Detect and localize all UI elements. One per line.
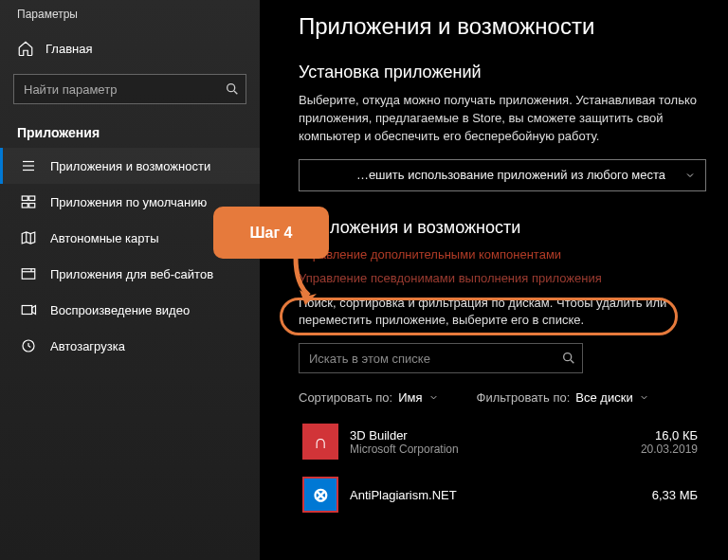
svg-rect-12: [22, 269, 35, 280]
main-content: Приложения и возможности Установка прило…: [261, 0, 728, 560]
home-nav[interactable]: Главная: [13, 34, 246, 63]
manage-components-link[interactable]: Управление дополнительными компонентами: [299, 247, 701, 262]
app-name: AntiPlagiarism.NET: [350, 488, 457, 502]
svg-point-16: [564, 353, 572, 361]
app-size: 6,33 МБ: [652, 488, 698, 502]
app-publisher: Microsoft Corporation: [350, 443, 459, 456]
dropdown-value: …ешить использование приложений из любог…: [356, 168, 665, 182]
sort-filter-row: Сортировать по: Имя Фильтровать по: Все …: [299, 390, 701, 405]
home-icon: [17, 40, 34, 57]
sidebar-item-startup[interactable]: Автозагрузка: [0, 328, 260, 364]
filter-value: Все диски: [575, 390, 632, 405]
manage-aliases-link[interactable]: Управление псевдонимами выполнения прило…: [299, 271, 701, 285]
web-apps-icon: [20, 265, 37, 282]
sort-value: Имя: [398, 390, 422, 405]
search-icon: [225, 81, 240, 97]
sidebar-item-label: Воспроизведение видео: [50, 303, 190, 317]
sort-label: Сортировать по:: [299, 390, 392, 405]
search-input-container[interactable]: [13, 74, 246, 104]
window-title: Параметры: [17, 8, 246, 21]
svg-marker-9: [22, 232, 35, 244]
default-apps-icon: [20, 193, 37, 210]
apps-section-title: Приложения и возможности: [299, 218, 701, 238]
svg-line-17: [571, 360, 573, 363]
map-icon: [20, 229, 37, 246]
app-search-input[interactable]: [309, 352, 561, 366]
sidebar-group-header: Приложения: [17, 125, 243, 140]
sidebar-item-label: Приложения для веб-сайтов: [50, 267, 213, 281]
app-icon: ⊗: [302, 477, 338, 513]
callout-label: Шаг 4: [250, 225, 293, 242]
filter-label: Фильтровать по:: [477, 390, 571, 405]
sidebar-item-label: Приложения и возможности: [50, 159, 210, 173]
list-icon: [20, 157, 37, 174]
startup-icon: [20, 337, 37, 354]
app-size: 16,0 КБ: [655, 428, 698, 443]
app-list: ∩ 3D Builder Microsoft Corporation 16,0 …: [299, 418, 701, 518]
svg-rect-13: [22, 306, 32, 315]
svg-rect-5: [22, 196, 27, 201]
sidebar-item-video[interactable]: Воспроизведение видео: [0, 292, 260, 328]
apps-section-body: Поиск, сортировка и фильтрация по дискам…: [299, 295, 701, 331]
svg-point-0: [228, 84, 235, 92]
install-source-dropdown[interactable]: …ешить использование приложений из любог…: [299, 159, 706, 191]
step-callout: Шаг 4: [213, 207, 329, 259]
app-search-container[interactable]: [299, 343, 583, 373]
video-icon: [20, 301, 37, 318]
app-icon: ∩: [302, 424, 338, 460]
svg-rect-6: [29, 196, 35, 201]
chevron-down-icon: [428, 392, 439, 403]
page-title: Приложения и возможности: [299, 13, 701, 40]
home-label: Главная: [46, 42, 92, 56]
app-name: 3D Builder: [350, 428, 459, 443]
svg-marker-14: [32, 306, 36, 315]
svg-rect-7: [22, 204, 27, 208]
filter-control[interactable]: Фильтровать по: Все диски: [477, 390, 649, 405]
svg-line-1: [234, 91, 237, 94]
sidebar-item-label: Приложения по умолчанию: [50, 195, 207, 209]
sidebar-item-label: Автозагрузка: [50, 339, 125, 353]
install-section-title: Установка приложений: [299, 63, 701, 82]
search-icon: [561, 351, 576, 366]
chevron-down-icon: [684, 170, 696, 181]
sidebar-item-apps-features[interactable]: Приложения и возможности: [0, 148, 260, 184]
sidebar-item-web-apps[interactable]: Приложения для веб-сайтов: [0, 256, 260, 292]
sort-control[interactable]: Сортировать по: Имя: [299, 390, 439, 405]
callout-arrow-icon: [288, 256, 326, 308]
app-item[interactable]: ∩ 3D Builder Microsoft Corporation 16,0 …: [299, 418, 701, 465]
sidebar-item-label: Автономные карты: [50, 231, 159, 245]
install-section-body: Выберите, откуда можно получать приложен…: [299, 92, 701, 146]
chevron-down-icon: [639, 392, 649, 403]
app-item[interactable]: ⊗ AntiPlagiarism.NET 6,33 МБ: [299, 471, 701, 518]
sidebar: Параметры Главная Приложения Приложения …: [0, 0, 261, 560]
app-date: 20.03.2019: [641, 443, 698, 456]
svg-rect-8: [29, 204, 35, 208]
search-input[interactable]: [24, 82, 225, 97]
